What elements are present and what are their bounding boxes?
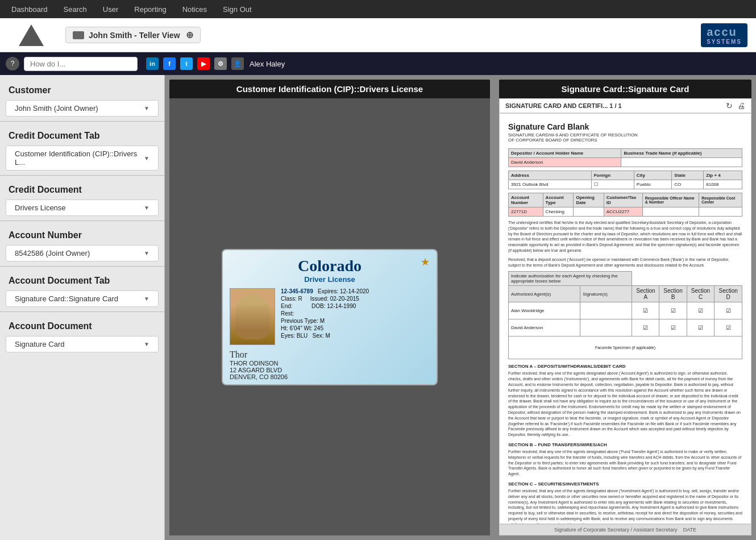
dl-name: THOR ODINSON [230, 360, 430, 367]
sig-body-text: The undersigned certifies that he/she is… [508, 220, 742, 254]
agent2-signature [580, 319, 632, 337]
section-b-text: Further resolved, that any one of the ag… [508, 449, 742, 477]
agent2-section-b: ☑ [659, 319, 687, 337]
twitter-icon[interactable]: t [180, 57, 193, 70]
youtube-icon[interactable]: ▶ [197, 57, 210, 70]
sig-doc-footer: Signature of Corporate Secretary / Assis… [499, 524, 751, 535]
account-doc-tab-dropdown[interactable]: Signature Card::Signature Card ▼ [6, 290, 159, 307]
auth-sig-label: Signature(s) [580, 286, 632, 302]
dl-signature: Thor [230, 350, 430, 360]
dl-class: Class: R Issued: 02-20-2015 [281, 296, 369, 302]
teller-plus-icon[interactable]: ⊕ [186, 30, 193, 40]
second-header: ? in f t ▶ ⚙ 👤 Alex Haley [0, 52, 756, 75]
nav-signout[interactable]: Sign Out [223, 5, 252, 14]
divider-4 [0, 266, 164, 267]
nav-reporting[interactable]: Reporting [134, 5, 166, 14]
credit-doc-value: Drivers License [15, 203, 66, 212]
nav-dashboard[interactable]: Dashboard [11, 5, 48, 14]
account-number-value: 8542586 (Joint Owner) [15, 249, 90, 257]
foreign-label: Foreign [591, 171, 634, 180]
sig-doc-header: Signature Card::Signature Card [499, 80, 751, 98]
dl-rest: Rest: [281, 310, 369, 317]
nav-search[interactable]: Search [64, 5, 87, 14]
user-avatar-icon[interactable]: 👤 [231, 57, 244, 70]
linkedin-icon[interactable]: in [146, 57, 159, 70]
refresh-icon[interactable]: ↻ [726, 101, 733, 110]
responsible-cost-value [699, 207, 742, 217]
help-button[interactable]: ? [6, 57, 19, 70]
account-doc-tab-value: Signature Card::Signature Card [15, 294, 118, 303]
credit-doc-dropdown[interactable]: Drivers License ▼ [6, 200, 159, 216]
acct-number-value: 22771D [509, 207, 543, 217]
depositor-label: Depositor / Account Holder Name [509, 149, 621, 158]
section-a-title: SECTION A – DEPOSITS/WITHDRAWALS/DEBIT C… [508, 364, 742, 369]
facebook-icon[interactable]: f [163, 57, 176, 70]
sidebar: Customer John Smith (Joint Owner) ▼ Cred… [0, 75, 165, 540]
agent1-section-d: ☑ [715, 302, 742, 319]
fax-specimen: Facsimile Specimen (if applicable) [509, 337, 742, 359]
business-trade-label: Business Trade Name (if applicable) [621, 149, 742, 158]
dl-name-area: Thor THOR ODINSON 12 ASGARD BLVD DENVER,… [230, 350, 430, 380]
dl-content: 12-345-6789 Expires: 12-14-2020 Class: R… [230, 288, 430, 345]
nav-user[interactable]: User [103, 5, 118, 14]
opening-date-value [574, 207, 604, 217]
account-doc-dropdown[interactable]: Signature Card ▼ [6, 336, 159, 352]
agent2-name: David Anderson [509, 319, 580, 337]
depositor-table: Depositor / Account Holder Name Business… [508, 148, 742, 167]
center-panel: Customer Identification (CIP)::Drivers L… [165, 75, 495, 540]
sig-card-subtitle: SIGNATURE CARD/W-9 AND CERTIFICATE OF RE… [508, 132, 742, 143]
agent1-section-c: ☑ [687, 302, 715, 319]
logo [9, 21, 54, 49]
sig-doc-title: SIGNATURE CARD AND CERTIFI... 1 / 1 [505, 102, 726, 109]
opening-date-label: Opening Date [574, 193, 604, 207]
divider-5 [0, 311, 164, 312]
section-b-label: Section B [659, 286, 687, 302]
dl-photo [230, 288, 275, 345]
footer-date-label: DATE [683, 527, 696, 533]
section-a-label: Section A [632, 286, 659, 302]
top-navigation: Dashboard Search User Reporting Notices … [0, 0, 756, 18]
dl-height: Ht: 6'04" Wt: 245 [281, 325, 369, 331]
agent1-section-b: ☑ [659, 302, 687, 319]
sig-card-title: Signature Card Blank [508, 122, 742, 131]
section-c-label: Section C [687, 286, 715, 302]
auth-agents-label: Authorized Agent(s) [509, 286, 580, 302]
account-doc-tab-arrow: ▼ [144, 296, 149, 302]
user-name: Alex Haley [250, 60, 285, 68]
section-d-label: Section D [715, 286, 742, 302]
dl-eyes: Eyes: BLU Sex: M [281, 333, 369, 339]
dl-number: 12-345-6789 Expires: 12-14-2020 [281, 288, 369, 294]
account-number-dropdown[interactable]: 8542586 (Joint Owner) ▼ [6, 245, 159, 261]
sig-doc-body[interactable]: Signature Card Blank SIGNATURE CARD/W-9 … [499, 113, 751, 524]
customer-tax-label: Customer/Tax ID [604, 193, 642, 207]
nav-notices[interactable]: Notices [182, 5, 207, 14]
header-right: accu SYSTEMS [701, 23, 747, 47]
drivers-license-card: Colorado Driver License ★ 12-345-6789 Ex… [222, 249, 438, 385]
print-icon[interactable]: 🖨 [737, 101, 745, 110]
center-doc-header: Customer Identification (CIP)::Drivers L… [169, 80, 490, 98]
city-value: Pueblo [634, 180, 671, 189]
footer-sig-label: Signature of Corporate Secretary / Assis… [554, 527, 678, 533]
credit-doc-tab-section-title: Credit Document Tab [0, 126, 164, 143]
right-panel: Signature Card::Signature Card SIGNATURE… [495, 75, 756, 540]
state-value: CO [672, 180, 704, 189]
depositor-name: David Anderson [509, 158, 621, 167]
credit-doc-tab-arrow: ▼ [144, 155, 149, 161]
agent1-section-a: ☑ [632, 302, 659, 319]
search-input[interactable] [24, 57, 138, 71]
account-doc-section-title: Account Document [0, 317, 164, 334]
section-c-text: Further resolved, that any one of the ag… [508, 488, 742, 524]
city-label: City [634, 171, 671, 180]
foreign-checkbox: ☐ [591, 180, 634, 189]
dl-prev: Previous Type: M [281, 318, 369, 324]
divider-3 [0, 221, 164, 221]
customer-name-dropdown[interactable]: John Smith (Joint Owner) ▼ [6, 100, 159, 117]
dl-end: End: DOB: 12-14-1990 [281, 303, 369, 309]
divider-1 [0, 121, 164, 122]
teller-icon [73, 31, 84, 39]
credit-doc-tab-dropdown[interactable]: Customer Identification (CIP)::Drivers L… [6, 146, 159, 171]
section-c-title: SECTION C – SECURITIES/INVESTMENTS [508, 481, 742, 487]
gear-icon[interactable]: ⚙ [214, 57, 227, 70]
teller-view-bar: John Smith - Teller View ⊕ [65, 27, 201, 43]
state-label: State [672, 171, 704, 180]
